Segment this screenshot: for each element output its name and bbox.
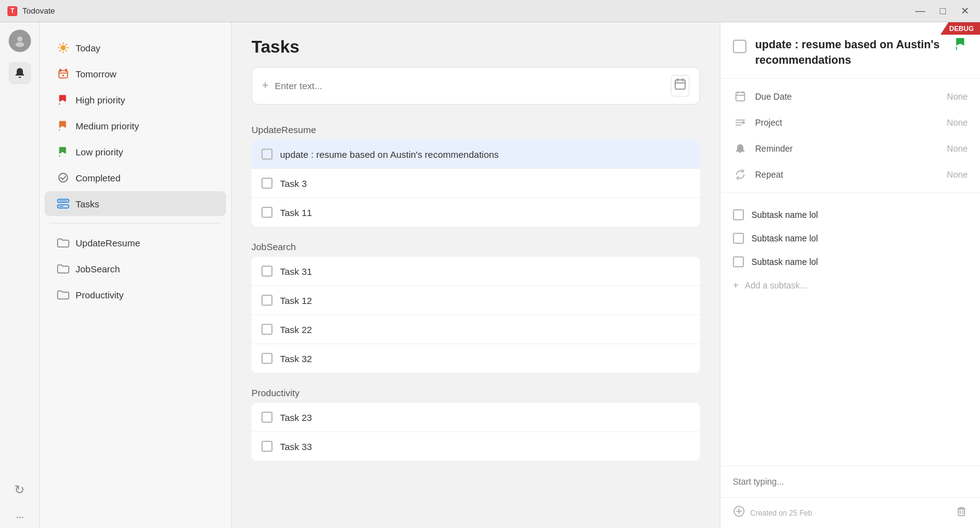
sidebar-item-completed[interactable]: Completed (45, 165, 226, 190)
task-text: Task 11 (280, 207, 312, 218)
svg-point-15 (63, 75, 64, 77)
window-controls: — □ ✕ (911, 4, 973, 18)
task-group-header: Productivity (252, 378, 700, 403)
subtask-text: Subtask name lol (751, 210, 818, 220)
task-text: Task 23 (280, 412, 312, 423)
subtasks-area: Subtask name lol Subtask name lol Subtas… (720, 193, 980, 465)
task-text: Task 31 (280, 266, 312, 277)
task-checkbox[interactable] (261, 353, 273, 364)
sidebar-item-label: Medium priority (76, 121, 139, 131)
detail-footer: Created on 25 Feb (720, 497, 980, 528)
sidebar-item-today[interactable]: Today (45, 35, 226, 60)
notifications-button[interactable] (9, 62, 31, 84)
task-text: Task 22 (280, 324, 312, 335)
task-list-container: UpdateResume update : resume based on Au… (232, 115, 720, 528)
task-item[interactable]: Task 22 (252, 315, 700, 344)
more-options-button[interactable]: ··· (9, 506, 31, 528)
task-input-area[interactable]: + (252, 67, 700, 105)
sidebar-item-label: Completed (76, 173, 121, 183)
task-group-items: Task 31 Task 12 Task 22 Task 32 (252, 257, 700, 373)
task-item[interactable]: Task 31 (252, 257, 700, 286)
project-row[interactable]: Project None (720, 110, 980, 136)
folder-icon (57, 262, 69, 275)
subtask-item[interactable]: Subtask name lol (733, 203, 968, 227)
due-date-row[interactable]: Due Date None (720, 84, 980, 110)
task-checkbox[interactable] (261, 295, 273, 306)
add-subtask-plus-icon: + (733, 280, 738, 291)
reminder-icon (733, 143, 748, 154)
task-group-update-resume: UpdateResume update : resume based on Au… (252, 115, 700, 227)
task-checkbox[interactable] (261, 266, 273, 277)
task-text: update : resume based on Austin's recomm… (280, 149, 499, 160)
app-title: Todovate (22, 6, 906, 15)
subtask-text: Subtask name lol (751, 257, 818, 267)
task-item[interactable]: Task 3 (252, 169, 700, 198)
detail-task-checkbox[interactable] (733, 40, 746, 53)
delete-button[interactable] (955, 505, 968, 521)
sidebar-item-tasks[interactable]: Tasks (45, 191, 226, 216)
maximize-button[interactable]: □ (936, 4, 950, 18)
sidebar-item-label: Tomorrow (76, 69, 116, 79)
sidebar: Today Tomorrow High priorit (40, 22, 232, 528)
task-checkbox[interactable] (261, 207, 273, 218)
svg-point-2 (61, 45, 66, 50)
task-item[interactable]: Task 23 (252, 403, 700, 432)
reminder-label: Reminder (755, 144, 940, 154)
expand-button[interactable] (733, 505, 745, 521)
task-checkbox[interactable] (261, 178, 273, 189)
icon-rail: ↻ ··· (0, 22, 40, 528)
task-item[interactable]: Task 12 (252, 286, 700, 315)
sidebar-item-high-priority[interactable]: High priority (45, 87, 226, 112)
flag-icon[interactable] (954, 37, 968, 54)
task-input[interactable] (275, 80, 665, 91)
task-checkbox[interactable] (261, 149, 273, 160)
task-item[interactable]: Task 32 (252, 344, 700, 373)
close-button[interactable]: ✕ (957, 4, 973, 18)
add-subtask-row[interactable]: + Add a subtask... (733, 274, 968, 297)
svg-line-10 (59, 50, 60, 51)
sidebar-folder-productivity[interactable]: Productivity (45, 282, 226, 307)
task-group-header: UpdateResume (252, 115, 700, 140)
project-label: Project (755, 118, 940, 128)
task-checkbox[interactable] (261, 412, 273, 423)
app-icon: T (7, 6, 17, 16)
calendar-icon[interactable] (671, 75, 689, 97)
sidebar-item-tomorrow[interactable]: Tomorrow (45, 61, 226, 86)
notes-input[interactable] (733, 477, 968, 487)
subtask-item[interactable]: Subtask name lol (733, 250, 968, 274)
minimize-button[interactable]: — (911, 4, 929, 18)
avatar[interactable] (9, 30, 31, 52)
sidebar-item-low-priority[interactable]: Low priority (45, 139, 226, 164)
task-item[interactable]: Task 11 (252, 198, 700, 227)
sidebar-folder-job-search[interactable]: JobSearch (45, 256, 226, 281)
task-group-productivity: Productivity Task 23 Task 33 (252, 378, 700, 461)
task-item[interactable]: update : resume based on Austin's recomm… (252, 140, 700, 169)
subtask-text: Subtask name lol (751, 233, 818, 243)
detail-panel: DEBUG update : resume based on Austin's … (720, 22, 980, 528)
repeat-label: Repeat (755, 170, 940, 180)
repeat-row[interactable]: Repeat None (720, 162, 980, 188)
today-icon (57, 41, 69, 54)
svg-point-0 (17, 37, 22, 41)
task-text: Task 12 (280, 295, 312, 306)
repeat-value: None (947, 170, 968, 180)
svg-rect-29 (736, 92, 745, 101)
subtask-checkbox[interactable] (733, 256, 744, 267)
completed-icon (57, 171, 69, 184)
svg-point-1 (15, 42, 24, 47)
detail-footer-info: Created on 25 Feb (733, 505, 812, 521)
subtask-checkbox[interactable] (733, 209, 744, 220)
task-text: Task 32 (280, 353, 312, 364)
task-checkbox[interactable] (261, 441, 273, 452)
subtask-checkbox[interactable] (733, 233, 744, 244)
task-item[interactable]: Task 33 (252, 432, 700, 461)
sidebar-item-label: Low priority (76, 147, 123, 157)
sidebar-folder-update-resume[interactable]: UpdateResume (45, 230, 226, 255)
sidebar-item-medium-priority[interactable]: Medium priority (45, 113, 226, 138)
reminder-row[interactable]: Reminder None (720, 136, 980, 162)
sync-button[interactable]: ↻ (9, 478, 31, 501)
project-icon (733, 117, 748, 128)
low-priority-icon (57, 145, 69, 158)
subtask-item[interactable]: Subtask name lol (733, 227, 968, 250)
task-checkbox[interactable] (261, 324, 273, 335)
